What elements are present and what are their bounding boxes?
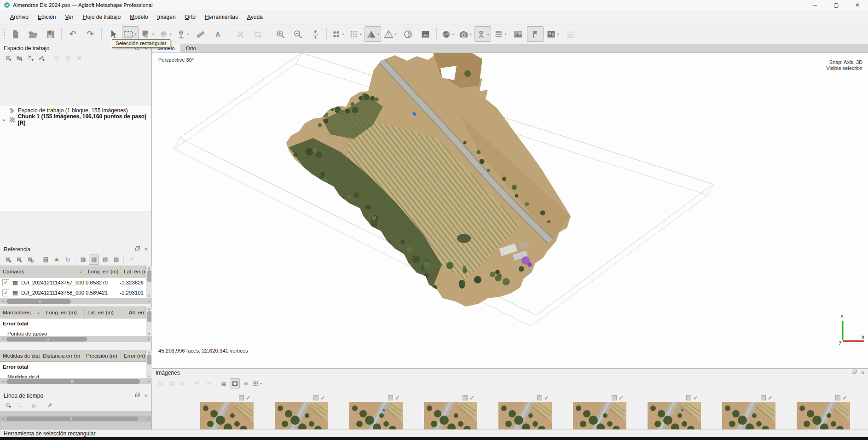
show-tie-points-button[interactable]: ▾ — [347, 26, 364, 42]
distance-row[interactable]: Medidas de d — [0, 372, 146, 378]
menu-flujo-de-trabajo[interactable]: Flujo de trabajo — [78, 12, 125, 22]
column-header[interactable]: Long. err (m) — [43, 307, 85, 318]
dropdown-arrow-icon[interactable]: ▾ — [260, 382, 262, 386]
tree-item[interactable]: ▸Chunk 1 (155 imágenes, 106,160 puntos d… — [0, 115, 151, 124]
show-markers-button[interactable] — [527, 26, 544, 42]
close-panel-icon[interactable]: × — [144, 392, 148, 399]
dropdown-arrow-icon[interactable]: ▾ — [452, 32, 454, 36]
view-variance-button[interactable] — [111, 255, 121, 265]
dropdown-arrow-icon[interactable]: ▾ — [187, 32, 189, 36]
photo-thumbnail[interactable] — [648, 402, 701, 429]
redo-button[interactable]: ↷ — [82, 26, 98, 42]
show-basemap-button[interactable]: ▾ — [440, 26, 456, 42]
menu-imagen[interactable]: Imagen — [153, 12, 180, 22]
column-header[interactable]: Distancia err (m — [40, 350, 83, 361]
capture-view-button[interactable]: ▾ — [457, 26, 474, 42]
column-header[interactable]: Marcadores▲ — [0, 307, 43, 318]
dropdown-arrow-icon[interactable]: ▾ — [134, 32, 136, 36]
column-header[interactable]: Medidas de dist — [0, 350, 40, 361]
camera-checkbox[interactable]: ✓ — [2, 289, 9, 296]
dropdown-arrow-icon[interactable]: ▾ — [342, 32, 344, 36]
dropdown-arrow-icon[interactable]: ▾ — [152, 32, 154, 36]
dropdown-arrow-icon[interactable]: ▾ — [169, 32, 171, 36]
export-reference-button[interactable] — [14, 255, 24, 265]
cameras-vscrollbar[interactable]: ▲▼ — [146, 266, 152, 298]
menu-herramientas[interactable]: Herramientas — [200, 12, 243, 22]
add-marker-item-button[interactable] — [25, 53, 35, 63]
column-header[interactable]: Cámaras▲ — [0, 266, 85, 277]
distance-row[interactable]: Error total — [0, 362, 146, 372]
menu-ayuda[interactable]: Ayuda — [243, 12, 267, 22]
menu-edición[interactable]: Edición — [33, 12, 60, 22]
float-panel-icon[interactable] — [135, 246, 140, 253]
distances-vscrollbar[interactable]: ▲▼ — [146, 350, 152, 378]
camera-checkbox[interactable]: ✓ — [2, 279, 9, 286]
close-panel-icon[interactable]: × — [861, 369, 864, 376]
viewport-tab-orto[interactable]: Orto — [180, 44, 202, 52]
float-panel-icon[interactable] — [851, 369, 857, 376]
camera-row[interactable]: ✓DJI_20241211143757_0001_V0.653270-1.323… — [0, 278, 146, 288]
photo-thumbnail[interactable] — [573, 402, 626, 429]
float-panel-icon[interactable] — [135, 392, 140, 399]
maximize-button[interactable]: ▢ — [826, 0, 847, 10]
menu-modelo[interactable]: Modelo — [125, 12, 152, 22]
add-photos-button[interactable] — [14, 53, 24, 63]
model-viewport[interactable]: ModeloOrto YZX Perspective 30° Snap: Axi… — [152, 44, 868, 368]
show-model-shaded-button[interactable]: ▾ — [365, 26, 381, 42]
column-header[interactable]: Precisión (m) — [83, 350, 121, 361]
timeline-hscrollbar[interactable]: ◂▸ — [0, 416, 152, 422]
draw-polyline-button[interactable]: ∧ — [209, 26, 226, 42]
view-errors-button[interactable] — [89, 255, 99, 265]
show-masks-button[interactable] — [230, 378, 240, 388]
import-camera-reference-button[interactable] — [25, 255, 35, 265]
dropdown-arrow-icon[interactable]: ▾ — [469, 32, 471, 36]
convert-reference-button[interactable] — [41, 255, 51, 265]
show-point-cloud-button[interactable]: ▾ — [330, 26, 346, 42]
markers-vscrollbar[interactable]: ▲▼ — [146, 307, 152, 336]
menu-archivo[interactable]: Archivo — [6, 12, 33, 22]
column-header[interactable]: Lat. err (m) — [85, 307, 126, 318]
show-labels-button[interactable]: ▾ — [492, 26, 509, 42]
cameras-hscrollbar[interactable]: ◂▸ — [0, 298, 152, 304]
add-marker-button[interactable]: ▾ — [174, 26, 191, 42]
menu-ver[interactable]: Ver — [60, 12, 78, 22]
timeline-settings-button[interactable] — [45, 400, 55, 411]
show-ortho-button[interactable] — [417, 26, 434, 42]
column-header[interactable]: Error (m) — [121, 350, 146, 361]
dropdown-arrow-icon[interactable]: ▾ — [557, 32, 559, 36]
photo-thumbnail[interactable] — [200, 402, 254, 429]
import-reference-button[interactable] — [3, 255, 13, 265]
add-frame-button[interactable] — [3, 400, 13, 411]
cameras-table-header[interactable]: Cámaras▲Long. err (m)Lat. err (m — [0, 266, 146, 278]
photo-thumbnail[interactable] — [722, 402, 775, 429]
filter-photos-button[interactable] — [219, 378, 229, 388]
grid-view-button[interactable]: ▾ — [252, 378, 262, 388]
model-3d-scene[interactable]: YZX — [152, 53, 868, 368]
photo-thumbnail[interactable] — [349, 402, 403, 429]
expand-arrow-icon[interactable]: ▸ — [2, 117, 6, 122]
photo-thumbnail[interactable] — [275, 402, 328, 429]
menu-orto[interactable]: Orto — [180, 12, 200, 22]
minimize-button[interactable]: ─ — [804, 0, 826, 10]
photo-thumbnail[interactable] — [797, 402, 850, 429]
update-transform-button[interactable]: ↻ — [63, 255, 73, 265]
toolbar-grip[interactable] — [2, 27, 6, 41]
show-photos-button[interactable]: ▾ — [544, 26, 561, 42]
undo-button[interactable]: ↶ — [64, 26, 81, 42]
view-source-button[interactable] — [78, 255, 88, 265]
column-header[interactable]: Long. err (m) — [85, 266, 121, 277]
column-header[interactable]: Lat. err (m — [121, 266, 146, 277]
add-scalebar-button[interactable] — [36, 53, 46, 63]
distances-table-header[interactable]: Medidas de distDistancia err (mPrecisión… — [0, 350, 146, 362]
distances-hscrollbar[interactable]: ◂▸ — [0, 378, 152, 384]
dropdown-arrow-icon[interactable]: ▾ — [377, 32, 379, 36]
zoom-in-button[interactable] — [272, 26, 289, 42]
camera-row[interactable]: ✓DJI_20241211143758_0002_V0.589421-1.293… — [0, 288, 146, 298]
dropdown-arrow-icon[interactable]: ▾ — [487, 32, 489, 36]
markers-table-header[interactable]: Marcadores▲Long. err (m)Lat. err (m)Alt.… — [0, 307, 146, 318]
close-panel-icon[interactable]: × — [144, 246, 148, 253]
view-estimated-button[interactable] — [100, 255, 110, 265]
show-images-button[interactable] — [509, 26, 526, 42]
dropdown-arrow-icon[interactable]: ▾ — [359, 32, 361, 36]
small-view-button[interactable] — [241, 378, 251, 388]
